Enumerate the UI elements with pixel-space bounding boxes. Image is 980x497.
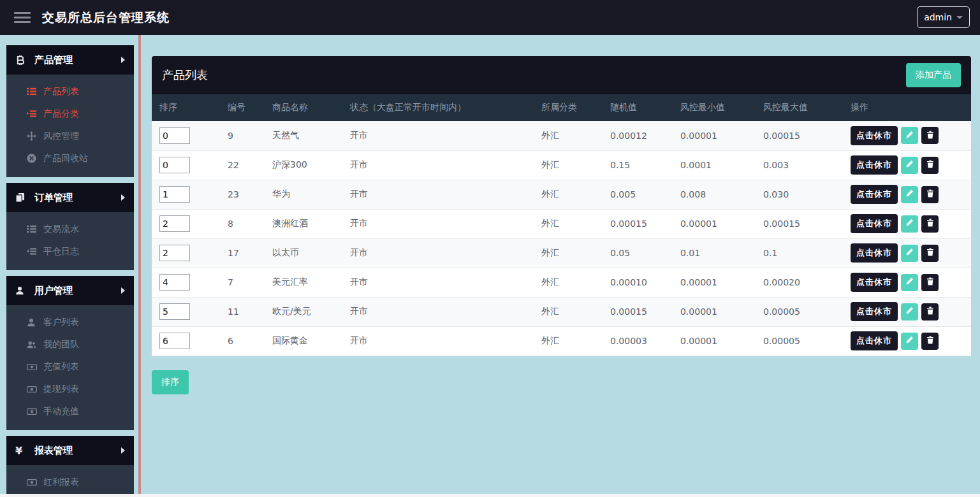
sort-input[interactable]	[159, 215, 190, 232]
close-market-button[interactable]: 点击休市	[851, 126, 898, 145]
nav-section-users: 用户管理 客户列表 我的团队 充值列表 提现列表	[6, 276, 134, 430]
edit-button[interactable]	[901, 157, 918, 174]
trash-icon	[926, 277, 934, 287]
sidebar-item-label: 交易流水	[43, 224, 79, 235]
move-icon	[27, 131, 38, 141]
delete-button[interactable]	[921, 215, 939, 233]
sort-input[interactable]	[159, 127, 190, 144]
pencil-icon	[905, 131, 914, 141]
cell-category: 外汇	[534, 238, 603, 268]
edit-button[interactable]	[901, 186, 918, 203]
user-icon	[27, 318, 38, 327]
edit-button[interactable]	[901, 333, 918, 350]
delete-button[interactable]	[921, 274, 939, 291]
nav-section-reports: ¥ 报表管理 红利报表 佣金报表 资金报表	[6, 436, 134, 497]
cell-id: 23	[220, 180, 265, 209]
cell-risk-max: 0.00015	[756, 209, 843, 238]
sidebar-item-label: 产品列表	[43, 86, 79, 97]
nav-header-orders[interactable]: 订单管理	[6, 183, 134, 212]
sort-input[interactable]	[159, 333, 190, 349]
delete-button[interactable]	[921, 127, 939, 144]
cell-risk-min: 0.00001	[673, 326, 756, 356]
yen-icon: ¥	[15, 445, 27, 457]
edit-button[interactable]	[901, 215, 918, 233]
sort-submit-button[interactable]: 排序	[152, 370, 189, 394]
delete-button[interactable]	[921, 157, 939, 174]
sidebar-item-product-recycle[interactable]: 产品回收站	[6, 147, 134, 169]
cell-risk-min: 0.01	[673, 238, 756, 268]
col-name: 商品名称	[265, 94, 342, 121]
sidebar-item-product-category[interactable]: 产品分类	[6, 103, 134, 125]
sort-input[interactable]	[159, 245, 190, 261]
sidebar-item-withdraw-list[interactable]: 提现列表	[6, 378, 134, 400]
user-icon	[15, 286, 27, 295]
hamburger-menu-icon[interactable]	[14, 10, 31, 25]
cell-id: 11	[220, 297, 265, 326]
cell-name: 欧元/美元	[265, 297, 342, 326]
sidebar-item-dividend-report[interactable]: 红利报表	[6, 471, 134, 493]
nav-header-products[interactable]: 产品管理	[6, 45, 134, 75]
delete-button[interactable]	[921, 303, 939, 321]
sidebar-item-trade-flow[interactable]: 交易流水	[6, 218, 134, 240]
cell-category: 外汇	[534, 180, 603, 209]
nav-header-users[interactable]: 用户管理	[6, 276, 134, 305]
money-icon	[27, 363, 38, 371]
cell-risk-max: 0.030	[756, 180, 843, 209]
table-body: 9 天然气 开市 外汇 0.00012 0.00001 0.00015 点击休市	[152, 121, 971, 356]
edit-button[interactable]	[901, 127, 918, 144]
delete-button[interactable]	[921, 333, 939, 350]
pencil-icon	[905, 336, 914, 346]
cell-id: 17	[220, 238, 265, 268]
sidebar-item-deposit-list[interactable]: 充值列表	[6, 356, 134, 378]
close-market-button[interactable]: 点击休市	[851, 331, 898, 350]
sort-input[interactable]	[159, 303, 190, 320]
cell-risk-max: 0.1	[756, 238, 843, 268]
money-icon	[27, 407, 38, 416]
sort-input[interactable]	[159, 157, 190, 173]
close-market-button[interactable]: 点击休市	[851, 185, 898, 204]
sidebar-item-label: 风控管理	[43, 131, 79, 142]
close-market-button[interactable]: 点击休市	[851, 273, 898, 292]
edit-button[interactable]	[901, 274, 918, 291]
close-market-button[interactable]: 点击休市	[851, 155, 898, 175]
sidebar-item-my-team[interactable]: 我的团队	[6, 333, 134, 356]
close-market-button[interactable]: 点击休市	[851, 214, 898, 233]
close-market-button[interactable]: 点击休市	[851, 243, 898, 263]
sidebar-item-customer-list[interactable]: 客户列表	[6, 311, 134, 333]
cell-risk-max: 0.003	[756, 150, 843, 180]
topbar: 交易所总后台管理系统 admin	[0, 0, 980, 35]
sort-input[interactable]	[159, 186, 190, 203]
close-market-button[interactable]: 点击休市	[851, 302, 898, 321]
table-row: 22 沪深300 开市 外汇 0.15 0.0001 0.003 点击休市	[152, 150, 971, 180]
col-risk-max: 风控最大值	[756, 94, 843, 121]
sort-input[interactable]	[159, 274, 190, 291]
pencil-icon	[905, 189, 914, 199]
cell-status: 开市	[342, 209, 534, 238]
trash-icon	[926, 306, 934, 317]
delete-button[interactable]	[921, 186, 939, 203]
cell-id: 9	[220, 121, 265, 150]
cell-category: 外汇	[534, 297, 603, 326]
cell-risk-min: 0.00001	[673, 297, 756, 326]
cell-status: 开市	[342, 297, 534, 326]
cell-id: 22	[220, 150, 265, 180]
cell-status: 开市	[342, 121, 534, 150]
delete-button[interactable]	[921, 245, 939, 262]
sidebar-item-product-list[interactable]: 产品列表	[6, 80, 134, 103]
cell-category: 外汇	[534, 209, 603, 238]
sidebar-item-label: 充值列表	[43, 361, 79, 373]
sidebar-item-risk-management[interactable]: 风控管理	[6, 125, 134, 147]
cell-random: 0.00015	[603, 297, 673, 326]
sidebar-item-manual-deposit[interactable]: 手动充值	[6, 400, 134, 422]
panel-header: 产品列表 添加产品	[152, 56, 971, 94]
edit-button[interactable]	[901, 303, 918, 321]
col-status: 状态（大盘正常开市时间内）	[342, 94, 534, 121]
add-product-button[interactable]: 添加产品	[906, 63, 961, 87]
edit-button[interactable]	[901, 245, 918, 262]
admin-dropdown-button[interactable]: admin	[917, 6, 970, 28]
cell-category: 外汇	[534, 268, 603, 297]
sidebar-item-close-log[interactable]: 平仓日志	[6, 240, 134, 263]
trash-icon	[926, 248, 934, 258]
list-icon	[27, 224, 38, 234]
nav-header-reports[interactable]: ¥ 报表管理	[6, 436, 134, 465]
